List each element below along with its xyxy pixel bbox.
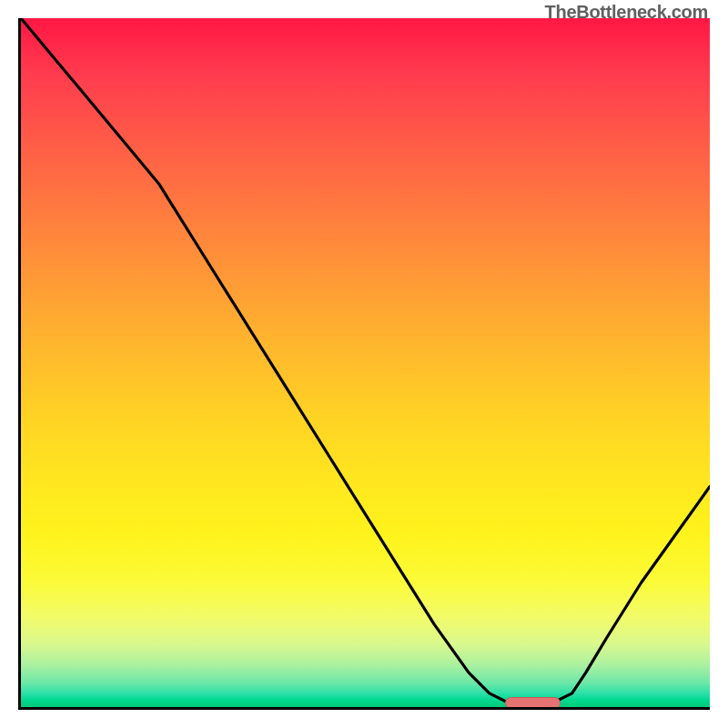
curve-svg <box>21 18 710 707</box>
optimal-zone-marker <box>505 697 561 709</box>
chart-container: TheBottleneck.com <box>0 0 728 728</box>
plot-area <box>18 18 710 710</box>
bottleneck-curve-path <box>21 18 710 707</box>
